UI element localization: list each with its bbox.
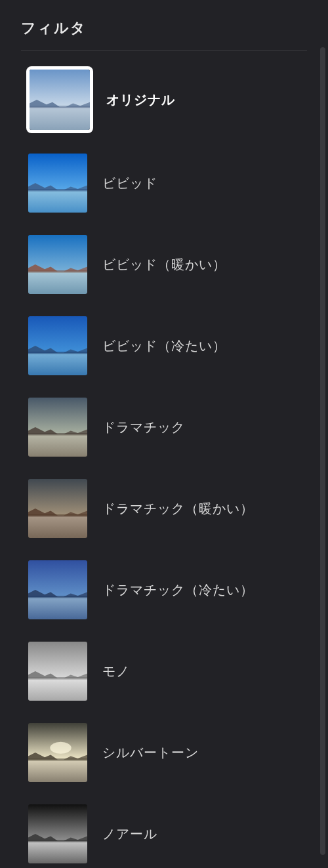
svg-rect-50 [28, 840, 87, 842]
filter-thumb-silvertone [26, 721, 89, 784]
filter-thumb-vivid-cool [26, 314, 89, 377]
filter-label: ノアール [102, 825, 157, 843]
filter-item-mono[interactable]: モノ [26, 640, 307, 703]
svg-rect-24 [28, 433, 87, 436]
svg-rect-14 [28, 270, 87, 273]
filter-thumb-dramatic-warm [26, 477, 89, 540]
filter-label: ビビッド（冷たい） [102, 337, 226, 355]
svg-rect-36 [28, 678, 87, 701]
filter-label: ビビッド [102, 175, 157, 192]
svg-rect-45 [28, 758, 87, 761]
filter-thumb-vivid [26, 152, 89, 215]
filter-thumb-mono [26, 640, 89, 703]
svg-rect-16 [28, 353, 87, 375]
filter-item-original[interactable]: オリジナル [26, 66, 307, 133]
filter-thumb-original [26, 66, 93, 133]
filter-item-noir[interactable]: ノアール [26, 802, 307, 865]
filter-label: オリジナル [106, 91, 175, 109]
svg-rect-26 [28, 516, 87, 538]
filter-item-dramatic-warm[interactable]: ドラマチック（暖かい） [26, 477, 307, 540]
filter-thumb-noir [26, 802, 89, 865]
filter-panel: フィルタ オリジナル [0, 0, 328, 868]
filter-thumb-dramatic [26, 396, 89, 459]
filter-item-silvertone[interactable]: シルバートーン [26, 721, 307, 784]
svg-rect-11 [28, 272, 87, 294]
svg-rect-1 [30, 107, 90, 130]
svg-rect-47 [28, 841, 87, 863]
svg-rect-39 [28, 677, 87, 680]
svg-rect-4 [30, 106, 90, 108]
svg-rect-34 [28, 596, 87, 598]
filter-item-dramatic-cool[interactable]: ドラマチック（冷たい） [26, 558, 307, 621]
panel-title: フィルタ [21, 18, 307, 50]
svg-rect-9 [28, 189, 87, 192]
svg-rect-31 [28, 597, 87, 619]
filter-thumb-dramatic-cool [26, 558, 89, 621]
svg-rect-19 [28, 352, 87, 354]
filter-label: ビビッド（暖かい） [102, 256, 226, 274]
filter-label: シルバートーン [102, 744, 199, 762]
filter-list: オリジナル ビビッド [21, 66, 307, 865]
filter-label: ドラマチック [102, 419, 185, 436]
divider [21, 50, 307, 51]
svg-rect-21 [28, 434, 87, 457]
filter-label: ドラマチック（暖かい） [102, 500, 254, 518]
filter-item-dramatic[interactable]: ドラマチック [26, 396, 307, 459]
filter-thumb-vivid-warm [26, 233, 89, 296]
svg-point-41 [50, 742, 71, 754]
scrollbar[interactable] [320, 47, 325, 855]
filter-item-vivid-warm[interactable]: ビビッド（暖かい） [26, 233, 307, 296]
svg-rect-6 [28, 190, 87, 213]
filter-label: ドラマチック（冷たい） [102, 581, 254, 599]
filter-label: モノ [102, 663, 130, 680]
filter-item-vivid-cool[interactable]: ビビッド（冷たい） [26, 314, 307, 377]
panel-header: フィルタ [21, 18, 307, 50]
filter-item-vivid[interactable]: ビビッド [26, 152, 307, 215]
svg-rect-29 [28, 514, 87, 517]
svg-rect-42 [28, 760, 87, 782]
